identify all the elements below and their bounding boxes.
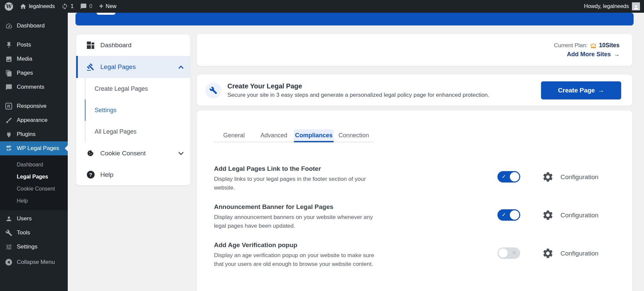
comment-count: 0 xyxy=(89,3,92,9)
submenu-item-dashboard[interactable]: Dashboard xyxy=(0,159,68,171)
site-name-link[interactable]: legalneeds xyxy=(16,0,58,13)
announcement-banner-configuration[interactable]: Configuration xyxy=(542,209,598,221)
setting-row-announcement-banner: Announcement Banner for Legal Pages Disp… xyxy=(214,203,632,241)
sidebar-item-settings[interactable]: Settings xyxy=(0,240,68,254)
notice-banner xyxy=(75,13,634,25)
setting-description: Display links to your legal pages in the… xyxy=(214,175,378,193)
sidebar-item-responsive[interactable]: R Responsive xyxy=(0,99,68,113)
sidebar-item-users[interactable]: Users xyxy=(0,212,68,226)
configuration-label: Configuration xyxy=(560,173,598,181)
person-icon xyxy=(633,4,639,10)
plus-icon: + xyxy=(99,3,103,10)
current-plan-value: 10Sites xyxy=(599,42,620,49)
home-icon xyxy=(20,3,26,10)
submenu-item-cookie-consent[interactable]: Cookie Consent xyxy=(0,183,68,195)
sidebar-item-tools[interactable]: Tools xyxy=(0,226,68,240)
sidebar-item-pages[interactable]: Pages xyxy=(0,66,68,80)
sidebar-item-label: Responsive xyxy=(17,103,47,110)
sidebar-item-label: Comments xyxy=(17,84,44,90)
tab-connection[interactable]: Connection xyxy=(334,129,374,142)
gavel-icon xyxy=(86,63,95,71)
current-plan-label: Current Plan: xyxy=(554,42,588,49)
submenu-item-legal-pages[interactable]: Legal Pages xyxy=(0,171,68,183)
sidebar-item-plugins[interactable]: Plugins xyxy=(0,127,68,141)
brush-icon xyxy=(5,116,13,124)
new-label: New xyxy=(106,3,116,9)
footer-links-configuration[interactable]: Configuration xyxy=(542,171,598,183)
sidebar-item-media[interactable]: Media xyxy=(0,52,68,66)
wplp-logo-icon: WP:LP xyxy=(5,144,13,152)
sidebar-item-label: Plugins xyxy=(17,131,36,138)
tab-advanced[interactable]: Advanced xyxy=(254,129,294,142)
new-content-menu[interactable]: + New xyxy=(96,0,120,13)
age-verification-toggle[interactable]: ✕ xyxy=(497,247,520,259)
plugin-nav-all-legal-pages[interactable]: All Legal Pages xyxy=(85,121,190,142)
plugin-nav-help[interactable]: ? Help xyxy=(76,164,190,185)
create-legal-page-card: Create Your Legal Page Secure your site … xyxy=(197,75,632,106)
check-icon: ✓ xyxy=(502,173,506,179)
tab-general[interactable]: General xyxy=(214,129,254,142)
banner-notch xyxy=(97,13,115,15)
create-page-title: Create Your Legal Page xyxy=(227,82,489,90)
arrow-right-icon: → xyxy=(613,51,620,58)
plugin-nav-dashboard[interactable]: Dashboard xyxy=(76,34,190,56)
legal-pages-submenu: Create Legal Pages Settings All Legal Pa… xyxy=(85,78,190,142)
comment-bubble-icon xyxy=(80,3,87,10)
person-icon xyxy=(5,215,13,223)
sidebar-item-label: Pages xyxy=(17,70,33,76)
howdy-account-link[interactable]: Howdy, legalneeds xyxy=(584,3,629,9)
sidebar-item-collapse-menu[interactable]: Collapse Menu xyxy=(0,255,68,269)
crown-icon xyxy=(590,42,597,49)
grid-icon xyxy=(86,41,95,50)
chevron-up-icon xyxy=(178,65,184,71)
plan-card: Current Plan: 10Sites Add More Sites → xyxy=(197,34,632,66)
sidebar-item-appearance[interactable]: Appearance xyxy=(0,113,68,127)
add-more-sites-link[interactable]: Add More Sites → xyxy=(567,51,620,58)
setting-description: Display an age verification popup on you… xyxy=(214,251,378,269)
sidebar-item-label: Appearance xyxy=(17,117,48,124)
tab-compliances[interactable]: Compliances xyxy=(294,129,334,142)
toggle-knob xyxy=(498,248,508,258)
plugin-nav-create-legal-pages[interactable]: Create Legal Pages xyxy=(85,78,190,99)
gauge-icon xyxy=(5,22,13,30)
sidebar-item-comments[interactable]: Comments xyxy=(0,80,68,94)
updates-link[interactable]: 1 xyxy=(58,0,77,13)
sidebar-item-posts[interactable]: Posts xyxy=(0,38,68,52)
sidebar-item-label: Users xyxy=(17,215,32,222)
configuration-label: Configuration xyxy=(560,212,598,219)
create-page-button-label: Create Page xyxy=(558,87,595,94)
sidebar-item-label: Settings xyxy=(17,243,37,250)
footer-links-toggle[interactable]: ✓ xyxy=(497,171,520,183)
sidebar-item-label: Tools xyxy=(17,229,30,236)
plugin-nav-cookie-consent[interactable]: Cookie Consent xyxy=(76,142,190,164)
wrench-badge xyxy=(205,82,221,98)
sidebar-item-label: Collapse Menu xyxy=(17,259,55,266)
selected-menu-arrow xyxy=(65,145,68,151)
sidebar-item-wp-legal-pages[interactable]: WP:LP WP Legal Pages xyxy=(0,141,68,155)
settings-tabs: General Advanced Compliances Connection xyxy=(214,129,374,142)
site-name-label: legalneeds xyxy=(29,3,55,9)
plugin-nav-settings[interactable]: Settings xyxy=(85,99,190,121)
wordpress-logo-icon: W xyxy=(5,2,13,11)
plugin-nav-legal-pages[interactable]: Legal Pages xyxy=(76,56,190,78)
create-page-button[interactable]: Create Page → xyxy=(541,81,621,99)
gear-icon xyxy=(542,171,554,183)
admin-bar: W legalneeds 1 0 + New Howdy, legalneeds xyxy=(0,0,644,13)
avatar[interactable] xyxy=(632,2,640,10)
announcement-banner-toggle[interactable]: ✓ xyxy=(497,209,520,221)
setting-description: Display announcement banners on your web… xyxy=(214,213,378,231)
plugin-nav-card: Dashboard Legal Pages Create Legal Pages… xyxy=(76,34,190,185)
media-icon xyxy=(5,55,13,63)
comments-link[interactable]: 0 xyxy=(77,0,96,13)
age-verification-configuration[interactable]: Configuration xyxy=(542,247,598,259)
submenu-item-help[interactable]: Help xyxy=(0,195,68,207)
create-page-description: Secure your site in 3 easy steps and gen… xyxy=(227,92,489,98)
toggle-knob xyxy=(510,210,519,220)
sidebar-item-label: WP Legal Pages xyxy=(17,145,59,152)
sidebar-item-label: Media xyxy=(17,56,32,62)
wordpress-menu[interactable]: W xyxy=(0,0,16,13)
plugin-nav-label: Cookie Consent xyxy=(100,150,146,157)
sidebar-item-dashboard[interactable]: Dashboard xyxy=(0,19,68,33)
plug-icon xyxy=(5,130,13,138)
cross-icon: ✕ xyxy=(512,250,516,256)
